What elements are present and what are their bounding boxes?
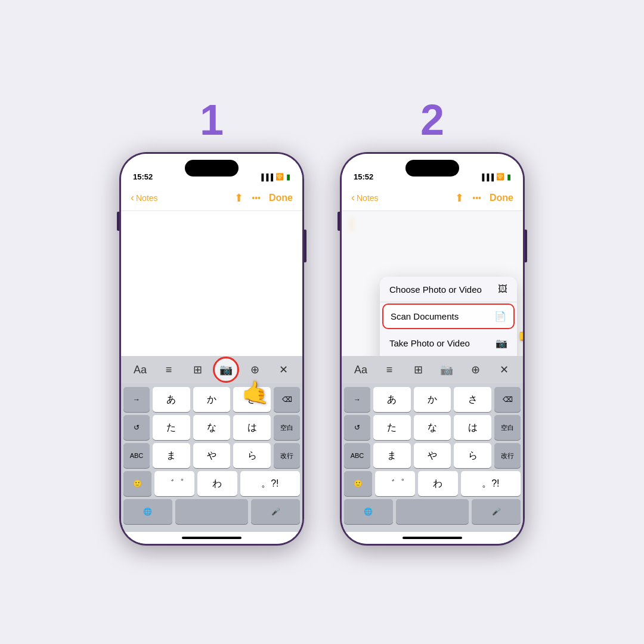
menu-take-photo[interactable]: Take Photo or Video 📷 (380, 330, 517, 356)
key-ta-1[interactable]: た (153, 415, 190, 440)
key-abc-2[interactable]: ABC (344, 443, 370, 468)
key-wa-2[interactable]: わ (418, 471, 458, 496)
key-backspace-1[interactable]: ⌫ (274, 387, 300, 412)
key-spacebar-1[interactable] (175, 499, 249, 524)
toolbar-aa-2[interactable]: Aa (350, 359, 371, 380)
share-icon-1[interactable]: ⬆ (234, 191, 243, 205)
toolbar-table-1[interactable]: ⊞ (187, 359, 208, 380)
key-na-2[interactable]: な (414, 415, 451, 440)
key-row-1-2: ↺ た な は 空白 (123, 415, 300, 440)
key-undo-2[interactable]: ↺ (344, 415, 370, 440)
menu-choose-photo[interactable]: Choose Photo or Video 🖼 (380, 277, 517, 302)
back-chevron-2: ‹ (351, 191, 355, 204)
key-row-1-4: 🙂 ゛゜ わ 。?! (123, 471, 300, 496)
key-ya-1[interactable]: や (193, 443, 231, 468)
key-ka-1[interactable]: か (193, 387, 231, 412)
toolbar-2: Aa ≡ ⊞ 📷 ⊕ ✕ (342, 356, 523, 383)
time-2: 15:52 (354, 172, 373, 181)
plus-icon-2: ⊕ (471, 363, 480, 376)
phone-1: 15:52 ▐▐▐ 🛜 ▮ ‹ Notes ⬆ ••• Done (119, 152, 304, 546)
key-abc-1[interactable]: ABC (123, 443, 150, 468)
note-content-2[interactable]: Choose Photo or Video 🖼 Scan Documents 📄… (342, 211, 523, 356)
key-mic-2[interactable]: 🎤 (472, 499, 521, 524)
toolbar-1: Aa ≡ ⊞ 📷 ⊕ ✕ (121, 356, 302, 383)
signal-icon-2: ▐▐▐ (480, 174, 494, 181)
aa-icon-1: Aa (134, 364, 147, 376)
back-label-1[interactable]: Notes (136, 193, 158, 203)
menu-scan-documents[interactable]: Scan Documents 📄 (382, 304, 515, 329)
key-ka-2[interactable]: か (414, 387, 451, 412)
key-wa-1[interactable]: わ (197, 471, 237, 496)
key-punct-1[interactable]: 。?! (240, 471, 300, 496)
key-row-1-3: ABC ま や ら 改行 (123, 443, 300, 468)
toolbar-list-2[interactable]: ≡ (379, 359, 400, 380)
key-globe-1[interactable]: 🌐 (123, 499, 172, 524)
key-emoji-2[interactable]: 🙂 (344, 471, 372, 496)
done-btn-1[interactable]: Done (269, 193, 293, 203)
nav-back-1[interactable]: ‹ Notes (131, 191, 158, 204)
key-arrow-2[interactable]: → (344, 387, 370, 412)
key-row-2-3: ABC ま や ら 改行 (344, 443, 521, 468)
key-ha-2[interactable]: は (454, 415, 491, 440)
phone-2-inner: 15:52 ▐▐▐ 🛜 ▮ ‹ Notes ⬆ ••• Done (342, 154, 523, 544)
share-icon-2[interactable]: ⬆ (455, 191, 464, 205)
nav-back-2[interactable]: ‹ Notes (351, 191, 379, 204)
battery-icon-1: ▮ (286, 172, 290, 181)
phone-1-inner: 15:52 ▐▐▐ 🛜 ▮ ‹ Notes ⬆ ••• Done (121, 154, 302, 544)
note-content-1[interactable] (121, 211, 302, 356)
back-label-2[interactable]: Notes (357, 193, 379, 203)
key-dakuten-2[interactable]: ゛゜ (375, 471, 415, 496)
key-ma-1[interactable]: ま (153, 443, 190, 468)
key-return-2[interactable]: 改行 (494, 443, 521, 468)
camera-circle-highlight (213, 357, 239, 383)
key-a-2[interactable]: あ (373, 387, 411, 412)
done-btn-2[interactable]: Done (490, 193, 513, 203)
hand-cursor-2: 🤙 (517, 321, 523, 346)
toolbar-close-1[interactable]: ✕ (273, 359, 294, 380)
key-backspace-2[interactable]: ⌫ (494, 387, 521, 412)
key-ma-2[interactable]: ま (373, 443, 411, 468)
toolbar-plus-2[interactable]: ⊕ (465, 359, 486, 380)
plus-icon-1: ⊕ (250, 363, 259, 376)
back-chevron-1: ‹ (131, 191, 134, 204)
key-na-1[interactable]: な (193, 415, 231, 440)
step-2-number: 2 (420, 98, 444, 141)
key-a-1[interactable]: あ (153, 387, 190, 412)
key-emoji-1[interactable]: 🙂 (123, 471, 151, 496)
key-mic-1[interactable]: 🎤 (251, 499, 300, 524)
more-icon-2[interactable]: ••• (472, 193, 481, 203)
key-return-1[interactable]: 改行 (274, 443, 300, 468)
key-ya-2[interactable]: や (414, 443, 451, 468)
home-bar-1 (121, 532, 302, 544)
dynamic-island-1 (185, 160, 239, 177)
key-undo-1[interactable]: ↺ (123, 415, 150, 440)
key-spacebar-2[interactable] (396, 499, 469, 524)
more-icon-1[interactable]: ••• (252, 193, 261, 203)
toolbar-aa-1[interactable]: Aa (129, 359, 151, 380)
key-ra-1[interactable]: ら (233, 443, 271, 468)
toolbar-close-2[interactable]: ✕ (493, 359, 515, 380)
key-ha-1[interactable]: は (233, 415, 271, 440)
key-arrow-1[interactable]: → (123, 387, 150, 412)
key-ra-2[interactable]: ら (454, 443, 491, 468)
take-photo-icon: 📷 (496, 338, 507, 349)
toolbar-camera-1[interactable]: 📷 (215, 359, 237, 380)
nav-bar-1: ‹ Notes ⬆ ••• Done (121, 185, 302, 211)
nav-actions-1: ⬆ ••• Done (234, 191, 293, 205)
choose-photo-icon: 🖼 (498, 284, 507, 295)
battery-icon-2: ▮ (507, 172, 511, 181)
toolbar-plus-1[interactable]: ⊕ (244, 359, 265, 380)
key-globe-2[interactable]: 🌐 (344, 499, 393, 524)
scan-docs-label: Scan Documents (391, 311, 459, 321)
key-dakuten-1[interactable]: ゛゜ (154, 471, 194, 496)
list-icon-2: ≡ (386, 364, 393, 376)
key-space-2[interactable]: 空白 (494, 415, 521, 440)
nav-actions-2: ⬆ ••• Done (455, 191, 513, 205)
key-ta-2[interactable]: た (373, 415, 411, 440)
toolbar-list-1[interactable]: ≡ (158, 359, 179, 380)
toolbar-table-2[interactable]: ⊞ (407, 359, 429, 380)
toolbar-camera-2[interactable]: 📷 (436, 359, 457, 380)
key-space-1[interactable]: 空白 (274, 415, 300, 440)
key-sa-2[interactable]: さ (454, 387, 491, 412)
key-punct-2[interactable]: 。?! (461, 471, 521, 496)
